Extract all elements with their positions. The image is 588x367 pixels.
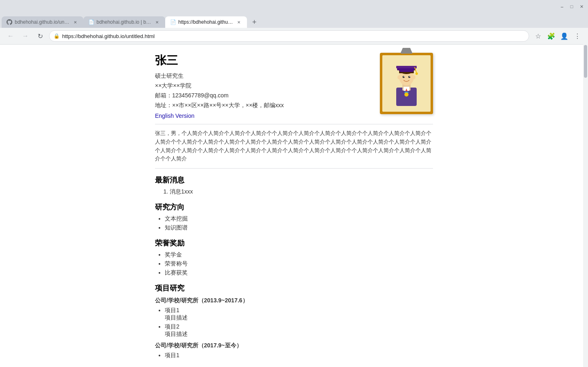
profile-degree: 硕士研究生	[155, 72, 372, 80]
svg-point-19	[415, 72, 418, 75]
project-2-1: 项目1	[165, 352, 433, 359]
svg-point-10	[409, 76, 410, 77]
project-1-1: 项目1 项目描述	[165, 307, 433, 322]
honors-list: 奖学金 荣誉称号 比赛获奖	[155, 251, 433, 277]
svg-point-5	[404, 92, 408, 97]
tab-3[interactable]: 📄 https://bdhehohai.github.io/u... ✕	[165, 16, 247, 28]
back-button[interactable]: ←	[5, 30, 16, 42]
bookmark-button[interactable]: ☆	[532, 30, 544, 42]
scrollbar-thumb[interactable]	[584, 45, 587, 78]
profile-info: 张三 硕士研究生 ××大学××学院 邮箱：1234567789@qq.com 地…	[155, 53, 372, 119]
honor-item-2: 荣誉称号	[165, 260, 433, 268]
extension-button[interactable]: 🧩	[545, 30, 557, 42]
refresh-button[interactable]: ↻	[34, 30, 46, 42]
close-button[interactable]: ✕	[578, 3, 585, 10]
bio-divider-bottom	[155, 168, 433, 169]
url-bar[interactable]: 🔒 https://bdhehohai.github.io/untitled.h…	[49, 30, 529, 42]
english-version-link[interactable]: English Version	[155, 113, 195, 119]
project-group-1-list: 项目1 项目描述 项目2 项目描述	[155, 307, 433, 338]
tab-3-close[interactable]: ✕	[236, 19, 242, 25]
projects-section-title: 项目研究	[155, 283, 433, 293]
lock-icon: 🔒	[54, 33, 60, 39]
profile-email: 邮箱：1234567789@qq.com	[155, 92, 372, 99]
title-bar: ‒ □ ✕	[0, 0, 588, 13]
svg-point-7	[403, 76, 405, 78]
honors-section-title: 荣誉奖励	[155, 238, 433, 248]
tab-2-close[interactable]: ✕	[154, 19, 160, 25]
scrollbar[interactable]	[583, 44, 588, 367]
maximize-button[interactable]: □	[568, 3, 575, 10]
photo-inner	[382, 55, 431, 112]
project-2-1-name: 项目1	[165, 352, 180, 358]
svg-point-9	[404, 76, 404, 77]
profile-header: 张三 硕士研究生 ××大学××学院 邮箱：1234567789@qq.com 地…	[155, 53, 433, 119]
tab-2[interactable]: 📄 bdhehohai.github.io | bdheh... ✕	[83, 16, 165, 28]
profile-address: 地址：××市××区××路××号××大学，××楼，邮编xxx	[155, 102, 372, 109]
news-section-title: 最新消息	[155, 175, 433, 185]
tab-2-title: bdhehohai.github.io | bdheh...	[97, 19, 151, 25]
browser-chrome: ‒ □ ✕ bdhehohai.github.io/untitled.h... …	[0, 0, 588, 45]
project-group-2-subtitle: 公司/学校/研究所（2017.9~至今）	[155, 342, 433, 349]
news-item-1: 消息1xxx	[170, 188, 433, 196]
email-value: 1234567789@qq.com	[172, 92, 229, 99]
url-text: https://bdhehohai.github.io/untitled.htm…	[62, 33, 525, 39]
file-icon-2: 📄	[88, 19, 94, 25]
svg-point-11	[397, 75, 401, 79]
toolbar-icons: ☆ 🧩 👤 ⋮	[532, 30, 583, 42]
svg-point-8	[408, 76, 411, 78]
tabs-bar: bdhehohai.github.io/untitled.h... ✕ 📄 bd…	[0, 13, 588, 28]
project-1-2: 项目2 项目描述	[165, 323, 433, 338]
bio-text: 张三，男，个人简介个人简介个人简介个人简介个个人简介个人简介个人简介个人简介个个…	[155, 129, 433, 163]
profile-button[interactable]: 👤	[559, 30, 570, 42]
honor-item-3: 比赛获奖	[165, 269, 433, 277]
honor-item-1: 奖学金	[165, 251, 433, 259]
research-item-1: 文本挖掘	[165, 215, 433, 223]
forward-button[interactable]: →	[20, 30, 31, 42]
project-group-2-list: 项目1	[155, 352, 433, 359]
photo-frame	[380, 53, 433, 114]
minimize-button[interactable]: ‒	[559, 3, 565, 10]
tab-1[interactable]: bdhehohai.github.io/untitled.h... ✕	[2, 16, 83, 28]
address-label: 地址：	[155, 102, 172, 108]
github-icon	[7, 19, 12, 25]
project-1-1-name: 项目1	[165, 307, 180, 313]
project-1-2-name: 项目2	[165, 323, 180, 330]
research-section-title: 研究方向	[155, 202, 433, 212]
tab-1-title: bdhehohai.github.io/untitled.h...	[15, 19, 70, 25]
profile-name: 张三	[155, 53, 372, 68]
grad-photo	[380, 53, 433, 114]
menu-button[interactable]: ⋮	[572, 30, 583, 42]
window-controls: ‒ □ ✕	[559, 3, 585, 10]
project-1-2-desc: 项目描述	[165, 331, 188, 337]
email-label: 邮箱：	[155, 92, 172, 99]
project-group-1-subtitle: 公司/学校/研究所（2013.9~2017.6）	[155, 297, 433, 304]
address-value: ××市××区××路××号××大学，××楼，邮编xxx	[172, 102, 284, 108]
tab-1-close[interactable]: ✕	[72, 19, 79, 25]
address-bar: ← → ↻ 🔒 https://bdhehohai.github.io/unti…	[0, 28, 588, 44]
graduation-illustration	[388, 59, 425, 108]
svg-rect-17	[396, 66, 417, 68]
new-tab-button[interactable]: +	[249, 16, 260, 28]
file-icon-3: 📄	[170, 19, 176, 25]
tab-3-title: https://bdhehohai.github.io/u...	[178, 19, 233, 25]
news-list: 消息1xxx	[155, 188, 433, 196]
profile-school: ××大学××学院	[155, 82, 372, 90]
bio-divider-top	[155, 124, 433, 124]
project-1-1-desc: 项目描述	[165, 314, 188, 321]
research-item-2: 知识图谱	[165, 224, 433, 232]
page-content: 张三 硕士研究生 ××大学××学院 邮箱：1234567789@qq.com 地…	[139, 45, 449, 367]
svg-point-12	[412, 75, 415, 79]
research-list: 文本挖掘 知识图谱	[155, 215, 433, 232]
